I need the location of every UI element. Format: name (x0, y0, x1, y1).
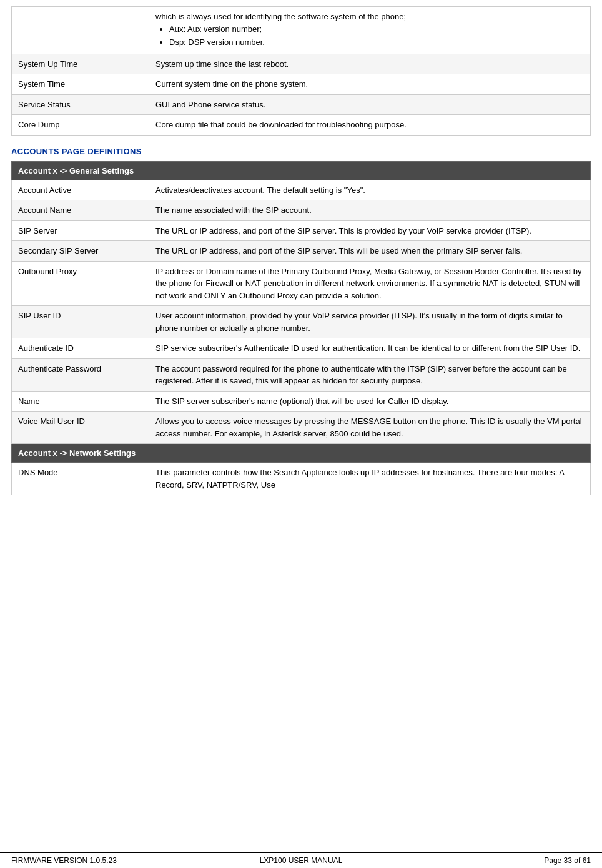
row-label: SIP User ID (12, 306, 149, 338)
table-row: Outbound ProxyIP address or Domain name … (12, 261, 591, 306)
table-row: Authenticate PasswordThe account passwor… (12, 358, 591, 391)
table-row: System TimeCurrent system time on the ph… (12, 74, 591, 95)
table-row: Authenticate IDSIP service subscriber's … (12, 338, 591, 359)
row-desc: which is always used for identifying the… (149, 7, 591, 54)
row-label: System Up Time (12, 54, 149, 74)
row-label: Account Active (12, 180, 149, 200)
row-label (12, 7, 149, 54)
table-row: Secondary SIP ServerThe URL or IP addres… (12, 241, 591, 262)
row-desc: SIP service subscriber's Authenticate ID… (149, 338, 591, 359)
footer-center: LXP100 USER MANUAL (204, 856, 397, 865)
footer-left: FIRMWARE VERSION 1.0.5.23 (11, 856, 204, 865)
group-header-row: Account x -> General Settings (12, 161, 591, 180)
main-content: which is always used for identifying the… (0, 0, 602, 852)
row-label: Voice Mail User ID (12, 412, 149, 444)
row-desc: IP address or Domain name of the Primary… (149, 261, 591, 306)
table-row: Service StatusGUI and Phone service stat… (12, 94, 591, 115)
row-label: Authenticate ID (12, 338, 149, 359)
row-label: Secondary SIP Server (12, 241, 149, 262)
row-desc: System up time since the last reboot. (149, 54, 591, 74)
continuation-table: which is always used for identifying the… (11, 6, 591, 136)
row-label: DNS Mode (12, 463, 149, 495)
table-row: System Up TimeSystem up time since the l… (12, 54, 591, 74)
table-row: DNS ModeThis parameter controls how the … (12, 463, 591, 495)
row-desc: User account information, provided by yo… (149, 306, 591, 338)
footer-right: Page 33 of 61 (398, 856, 591, 865)
table-row: Account ActiveActivates/deactivates acco… (12, 180, 591, 200)
row-label: SIP Server (12, 220, 149, 241)
row-label: Service Status (12, 94, 149, 115)
accounts-table: Account x -> General SettingsAccount Act… (11, 161, 591, 496)
row-label: System Time (12, 74, 149, 95)
table-row: which is always used for identifying the… (12, 7, 591, 54)
table-row: Voice Mail User IDAllows you to access v… (12, 412, 591, 444)
row-desc: Current system time on the phone system. (149, 74, 591, 95)
row-desc: GUI and Phone service status. (149, 94, 591, 115)
group-header-label: Account x -> General Settings (12, 161, 591, 180)
page-wrapper: which is always used for identifying the… (0, 0, 602, 868)
table-row: Account NameThe name associated with the… (12, 200, 591, 221)
row-desc: This parameter controls how the Search A… (149, 463, 591, 495)
table-row: NameThe SIP server subscriber's name (op… (12, 391, 591, 412)
row-label: Authenticate Password (12, 358, 149, 391)
row-desc: Activates/deactivates account. The defau… (149, 180, 591, 200)
row-desc: The URL or IP address, and port of the S… (149, 241, 591, 262)
row-desc: Core dump file that could be downloaded … (149, 115, 591, 136)
row-label: Core Dump (12, 115, 149, 136)
list-item: Aux: Aux version number; (169, 23, 584, 36)
row-desc: Allows you to access voice messages by p… (149, 412, 591, 444)
list-item: Dsp: DSP version number. (169, 36, 584, 49)
section-heading: ACCOUNTS PAGE DEFINITIONS (11, 147, 591, 156)
table-row: SIP User IDUser account information, pro… (12, 306, 591, 338)
group-header-row: Account x -> Network Settings (12, 444, 591, 463)
row-desc: The SIP server subscriber's name (option… (149, 391, 591, 412)
row-label: Name (12, 391, 149, 412)
footer: FIRMWARE VERSION 1.0.5.23 LXP100 USER MA… (0, 852, 602, 868)
row-desc: The account password required for the ph… (149, 358, 591, 391)
row-label: Account Name (12, 200, 149, 221)
row-desc: The URL or IP address, and port of the S… (149, 220, 591, 241)
row-desc: The name associated with the SIP account… (149, 200, 591, 221)
row-label: Outbound Proxy (12, 261, 149, 306)
group-header-label: Account x -> Network Settings (12, 444, 591, 463)
table-row: Core DumpCore dump file that could be do… (12, 115, 591, 136)
table-row: SIP ServerThe URL or IP address, and por… (12, 220, 591, 241)
